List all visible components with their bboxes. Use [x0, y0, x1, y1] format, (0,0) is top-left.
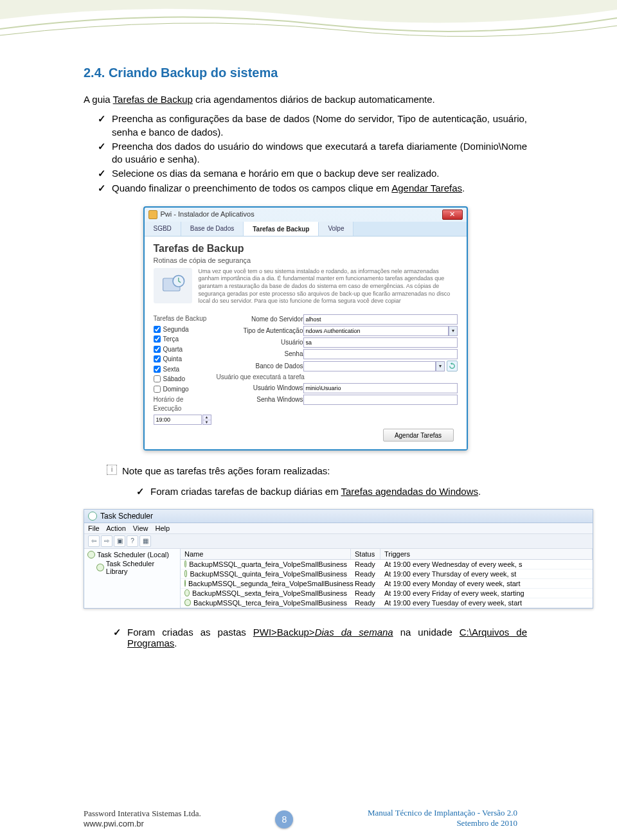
- installer-screenshot: Pwi - Instalador de Aplicativos ✕ SGBD B…: [143, 206, 468, 451]
- page-footer: Password Interativa Sistemas Ltda. www.p…: [0, 808, 617, 828]
- task-row[interactable]: BackupMSSQL_sexta_feira_VolpeSmallBusine…: [181, 589, 593, 598]
- field-dropdown[interactable]: [303, 361, 436, 371]
- day-checkbox[interactable]: [154, 335, 161, 343]
- field-section-label: Usuário que executará a tarefa: [217, 373, 458, 382]
- ts-menubar: File Action View Help: [84, 523, 593, 534]
- page-number: 8: [275, 810, 293, 828]
- instruction-list: Preencha as configurações da base de dad…: [98, 112, 527, 195]
- task-scheduler-screenshot: Task Scheduler File Action View Help ⇦ ⇨…: [84, 509, 593, 609]
- header-decoration: [0, 0, 617, 45]
- field-row: Tipo de Autenticação▾: [217, 326, 458, 336]
- tree-root[interactable]: Task Scheduler (Local): [87, 551, 177, 559]
- task-row[interactable]: BackupMSSQL_segunda_feira_VolpeSmallBusi…: [181, 579, 593, 589]
- ts-columns: Name Status Triggers: [181, 549, 593, 560]
- day-row: Domingo: [154, 385, 211, 394]
- field-input[interactable]: [303, 395, 458, 405]
- day-label: Sábado: [163, 375, 185, 384]
- day-checkbox[interactable]: [154, 375, 161, 382]
- field-row: Usuário que executará a tarefa: [217, 373, 458, 382]
- task-icon: [184, 560, 186, 567]
- task-icon: [184, 589, 190, 596]
- chevron-down-icon[interactable]: ▾: [449, 326, 458, 336]
- footer-doc-title: Manual Técnico de Implantação - Versão 2…: [368, 808, 517, 818]
- note-text: Note que as tarefas três ações foram rea…: [122, 465, 330, 478]
- tab-base-dados[interactable]: Base de Dados: [181, 222, 244, 237]
- day-checkbox[interactable]: [154, 346, 161, 353]
- menu-file[interactable]: File: [88, 524, 100, 532]
- field-row: Senha: [217, 349, 458, 359]
- task-row[interactable]: BackupMSSQL_quinta_feira_VolpeSmallBusin…: [181, 569, 593, 579]
- field-label: Senha Windows: [217, 395, 303, 404]
- panel-description: Uma vez que você tem o seu sistema insta…: [199, 268, 458, 305]
- menu-action[interactable]: Action: [106, 524, 126, 532]
- field-input[interactable]: [303, 349, 458, 359]
- field-label: Nome do Servidor: [217, 315, 303, 324]
- time-input[interactable]: [154, 415, 202, 425]
- day-label: Sexta: [163, 365, 180, 374]
- day-checkbox[interactable]: [154, 326, 161, 333]
- instruction-item: Preencha dos dados do usuário do windows…: [98, 140, 527, 166]
- up-icon[interactable]: ▣: [114, 535, 125, 547]
- task-icon: [184, 580, 186, 587]
- task-icon: [184, 570, 187, 577]
- menu-help[interactable]: Help: [156, 524, 170, 532]
- task-icon: [184, 599, 191, 606]
- field-label: Tipo de Autenticação: [217, 326, 303, 335]
- instruction-item: Selecione os dias da semana e horário em…: [98, 167, 527, 180]
- close-button[interactable]: ✕: [442, 210, 463, 220]
- day-row: Sexta: [154, 365, 211, 374]
- task-row[interactable]: BackupMSSQL_terca_feira_VolpeSmallBusine…: [181, 598, 593, 608]
- tab-strip: SGBD Base de Dados Tarefas de Backup Vol…: [145, 222, 467, 237]
- chevron-down-icon[interactable]: ▾: [436, 361, 445, 371]
- instruction-item: Preencha as configurações da base de dad…: [98, 112, 527, 139]
- day-checkbox[interactable]: [154, 366, 161, 373]
- ts-tree: Task Scheduler (Local) Task Scheduler Li…: [84, 549, 181, 608]
- field-label: Senha: [217, 350, 303, 359]
- instruction-item: Quando finalizar o preenchimento de todo…: [98, 182, 527, 195]
- field-dropdown[interactable]: [303, 326, 449, 336]
- refresh-icon[interactable]: ?: [127, 535, 138, 547]
- field-row: Banco de Dados▾: [217, 361, 458, 371]
- field-input[interactable]: [303, 337, 458, 348]
- section-heading: 2.4. Criando Backup do sistema: [84, 64, 527, 82]
- back-icon[interactable]: ⇦: [88, 535, 100, 547]
- field-input[interactable]: [303, 383, 458, 393]
- time-label: Horário de Execução: [154, 395, 211, 413]
- ts-titlebar: Task Scheduler: [84, 510, 593, 523]
- field-input[interactable]: [303, 314, 458, 325]
- intro-paragraph: A guia Tarefas de Backup cria agendament…: [84, 93, 527, 106]
- app-icon: [148, 210, 157, 219]
- tab-tarefas-backup[interactable]: Tarefas de Backup: [244, 222, 319, 237]
- window-title: Pwi - Instalador de Aplicativos: [161, 210, 255, 219]
- footer-url: www.pwi.com.br: [84, 819, 201, 828]
- props-icon[interactable]: ▦: [139, 535, 151, 547]
- day-checkbox[interactable]: [154, 386, 161, 393]
- panel-illustration: [154, 268, 192, 303]
- days-header: Tarefas de Backup: [154, 314, 211, 323]
- info-icon: i: [107, 465, 117, 475]
- day-label: Domingo: [163, 385, 189, 394]
- time-spinner[interactable]: ▲▼: [202, 415, 211, 425]
- tab-sgbd[interactable]: SGBD: [145, 222, 181, 237]
- menu-view[interactable]: View: [133, 524, 148, 532]
- forward-icon[interactable]: ⇨: [101, 535, 112, 547]
- day-checkbox[interactable]: [154, 355, 161, 362]
- field-label: Usuário: [217, 338, 303, 347]
- day-row: Quarta: [154, 345, 211, 354]
- final-check-item: Foram criadas as pastas PWI>Backup>Dias …: [113, 627, 527, 648]
- field-row: Senha Windows: [217, 395, 458, 405]
- footer-date: Setembro de 2010: [368, 818, 517, 828]
- window-titlebar: Pwi - Instalador de Aplicativos ✕: [145, 208, 467, 222]
- tab-volpe[interactable]: Volpe: [319, 222, 353, 237]
- refresh-icon[interactable]: [447, 361, 458, 371]
- day-row: Sábado: [154, 375, 211, 384]
- field-row: Usuário: [217, 337, 458, 348]
- day-label: Segunda: [163, 325, 189, 334]
- field-label: Banco de Dados: [217, 362, 303, 371]
- schedule-button[interactable]: Agendar Tarefas: [383, 429, 454, 442]
- tree-library[interactable]: Task Scheduler Library: [96, 560, 177, 575]
- day-label: Quinta: [163, 355, 182, 364]
- field-row: Nome do Servidor: [217, 314, 458, 325]
- day-label: Quarta: [163, 345, 183, 354]
- task-row[interactable]: BackupMSSQL_quarta_feira_VolpeSmallBusin…: [181, 560, 593, 569]
